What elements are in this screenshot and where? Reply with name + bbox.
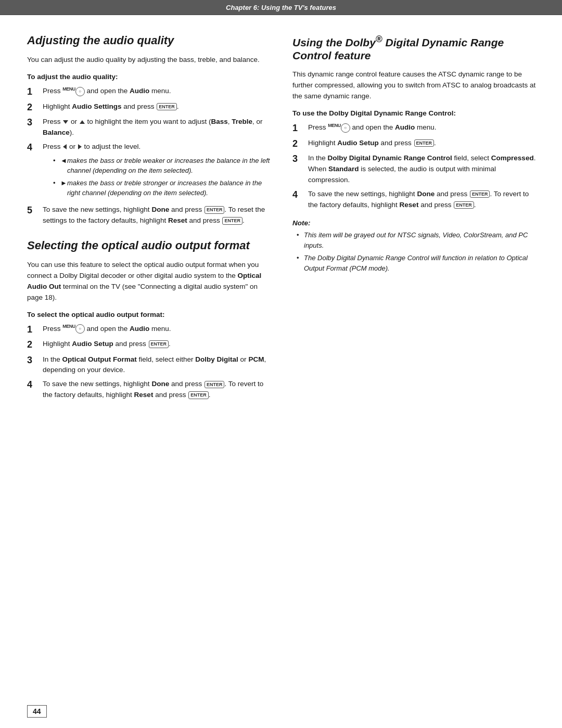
up-arrow-icon	[80, 120, 85, 124]
note-item-2: The Dolby Digital Dynamic Range Control …	[297, 253, 537, 274]
step-3: 3 Press or to highlight the item you wan…	[27, 117, 272, 138]
section2-steps: 1 Press MENU○ and open the Audio menu. 2…	[27, 324, 272, 401]
opt-step-4-number: 4	[27, 379, 41, 391]
dolby-step-3-number: 3	[292, 153, 306, 165]
step-1-number: 1	[27, 86, 41, 98]
step-4-content: Press or to adjust the level. ◄ makes th…	[43, 142, 272, 201]
section2-intro: You can use this feature to select the o…	[27, 260, 272, 303]
dolby-step-4: 4 To save the new settings, highlight Do…	[292, 189, 537, 211]
opt-step-1-number: 1	[27, 324, 41, 336]
circle-button-icon: ○	[75, 87, 85, 96]
enter-icon-2: ENTER	[205, 206, 225, 214]
note-list: This item will be grayed out for NTSC si…	[297, 230, 537, 274]
step-1-content: Press MENU○ and open the Audio menu.	[43, 86, 272, 97]
dolby-step-2-content: Highlight Audio Setup and press ENTER.	[308, 138, 537, 149]
opt-step-3-number: 3	[27, 354, 41, 366]
section1-steps: 1 Press MENU○ and open the Audio menu. 2…	[27, 86, 272, 226]
section-dolby-subsection-title: To use the Dolby Digital Dynamic Range C…	[292, 109, 537, 117]
dolby-step-1-content: Press MENU○ and open the Audio menu.	[308, 122, 537, 133]
opt-step-1: 1 Press MENU○ and open the Audio menu.	[27, 324, 272, 336]
opt-step-2-content: Highlight Audio Setup and press ENTER.	[43, 339, 272, 350]
step-4-bullets: ◄ makes the bass or treble weaker or inc…	[53, 156, 272, 198]
menu-icon-opt: MENU	[62, 324, 75, 329]
note-title: Note:	[292, 219, 537, 227]
section-dolby-title: Using the Dolby® Digital Dynamic Range C…	[292, 34, 537, 62]
section-dolby: Using the Dolby® Digital Dynamic Range C…	[292, 34, 537, 274]
opt-step-3-content: In the Optical Output Format field, sele…	[43, 354, 272, 376]
step-5-number: 5	[27, 205, 41, 216]
step-4: 4 Press or to adjust the level. ◄ makes …	[27, 142, 272, 201]
section1-intro: You can adjust the audio quality by adju…	[27, 55, 272, 66]
enter-icon-dolby2: ENTER	[414, 139, 435, 147]
dolby-step-1-number: 1	[292, 122, 306, 134]
step-3-content: Press or to highlight the item you want …	[43, 117, 272, 138]
opt-step-3: 3 In the Optical Output Format field, se…	[27, 354, 272, 376]
step-3-number: 3	[27, 117, 41, 129]
enter-icon: ENTER	[157, 103, 177, 111]
opt-step-4-content: To save the new settings, highlight Done…	[43, 379, 272, 401]
page-header: Chapter 6: Using the TV's features	[0, 0, 562, 15]
left-arrow-icon	[63, 144, 67, 149]
step-4-number: 4	[27, 142, 41, 154]
section1-subsection-title: To adjust the audio quality:	[27, 73, 272, 81]
dolby-step-3: 3 In the Dolby Digital Dynamic Range Con…	[292, 153, 537, 186]
section-optical-audio: Selecting the optical audio output forma…	[27, 239, 272, 401]
down-arrow-icon	[63, 120, 68, 124]
circle-button-icon-dolby: ○	[341, 123, 350, 133]
bullet-1: ◄ makes the bass or treble weaker or inc…	[53, 156, 272, 176]
step-5: 5 To save the new settings, highlight Do…	[27, 205, 272, 226]
section-dolby-intro: This dynamic range control feature cause…	[292, 69, 537, 102]
page-content: Adjusting the audio quality You can adju…	[0, 15, 562, 700]
section2-title: Selecting the optical audio output forma…	[27, 239, 272, 252]
menu-icon: MENU	[62, 87, 75, 92]
circle-button-icon-opt: ○	[75, 324, 85, 334]
dolby-step-1: 1 Press MENU○ and open the Audio menu.	[292, 122, 537, 134]
section-dolby-steps: 1 Press MENU○ and open the Audio menu. 2…	[292, 122, 537, 210]
dolby-step-4-number: 4	[292, 189, 306, 201]
note-item-1: This item will be grayed out for NTSC si…	[297, 230, 537, 251]
enter-icon-opt2: ENTER	[149, 340, 169, 348]
step-1: 1 Press MENU○ and open the Audio menu.	[27, 86, 272, 98]
menu-icon-dolby: MENU	[328, 123, 341, 128]
page-container: Chapter 6: Using the TV's features Adjus…	[0, 0, 562, 728]
section-adjusting-audio: Adjusting the audio quality You can adju…	[27, 34, 272, 226]
step-2-number: 2	[27, 101, 41, 113]
note-section: Note: This item will be grayed out for N…	[292, 219, 537, 274]
section2-subsection-title: To select the optical audio output forma…	[27, 311, 272, 318]
chapter-title: Chapter 6: Using the TV's features	[226, 4, 336, 11]
section1-title: Adjusting the audio quality	[27, 34, 272, 47]
enter-icon-opt4a: ENTER	[205, 381, 225, 389]
step-2: 2 Highlight Audio Settings and press ENT…	[27, 101, 272, 113]
page-number: 44	[27, 705, 47, 718]
dolby-step-3-content: In the Dolby Digital Dynamic Range Contr…	[308, 153, 537, 186]
step-5-content: To save the new settings, highlight Done…	[43, 205, 272, 226]
left-column: Adjusting the audio quality You can adju…	[27, 34, 272, 681]
step-2-content: Highlight Audio Settings and press ENTER…	[43, 101, 272, 112]
opt-step-2: 2 Highlight Audio Setup and press ENTER.	[27, 339, 272, 351]
opt-step-1-content: Press MENU○ and open the Audio menu.	[43, 324, 272, 335]
dolby-step-2: 2 Highlight Audio Setup and press ENTER.	[292, 138, 537, 150]
page-footer: 44	[0, 700, 562, 728]
enter-icon-opt4b: ENTER	[188, 391, 209, 399]
opt-step-2-number: 2	[27, 339, 41, 351]
enter-icon-3: ENTER	[222, 217, 242, 225]
dolby-step-4-content: To save the new settings, highlight Done…	[308, 189, 537, 211]
bullet-2: ► makes the bass or treble stronger or i…	[53, 178, 272, 198]
dolby-step-2-number: 2	[292, 138, 306, 150]
enter-icon-dolby4a: ENTER	[470, 190, 490, 198]
right-arrow-icon	[78, 144, 82, 149]
enter-icon-dolby4b: ENTER	[454, 201, 474, 209]
opt-step-4: 4 To save the new settings, highlight Do…	[27, 379, 272, 401]
right-column: Using the Dolby® Digital Dynamic Range C…	[292, 34, 537, 681]
